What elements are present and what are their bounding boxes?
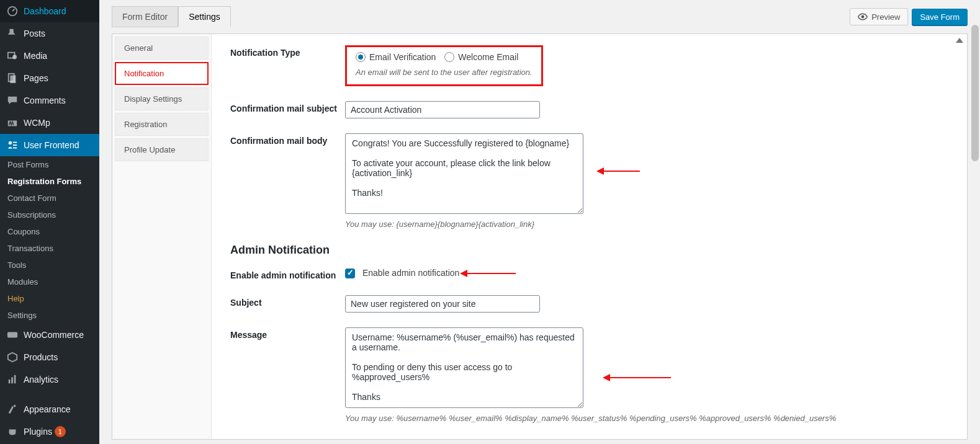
side-tab-registration[interactable]: Registration	[115, 113, 209, 136]
menu-label: Media	[24, 51, 47, 61]
pin-icon	[6, 27, 19, 40]
sidebar-item-comments[interactable]: Comments	[0, 89, 99, 112]
svg-rect-10	[7, 332, 17, 338]
menu-label: User Frontend	[24, 140, 79, 150]
menu-label: Products	[24, 352, 58, 362]
tab-form-editor[interactable]: Form Editor	[112, 6, 178, 27]
sub-item-transactions[interactable]: Transactions	[0, 240, 99, 257]
sidebar-item-wcmp[interactable]: WCMp	[0, 112, 99, 134]
radio-input[interactable]	[356, 52, 366, 62]
sidebar-item-products[interactable]: Products	[0, 346, 99, 368]
analytics-icon	[6, 373, 19, 386]
sub-item-registration-forms[interactable]: Registration Forms	[0, 173, 99, 190]
comment-icon	[6, 94, 19, 107]
page-icon	[6, 72, 19, 84]
admin-message-hint: You may use: %username% %user_email% %di…	[345, 414, 948, 423]
media-icon	[6, 50, 19, 62]
svg-rect-8	[13, 144, 17, 146]
menu-label: WCMp	[24, 118, 50, 128]
menu-label: Plugins	[24, 427, 52, 437]
sub-item-contact-form[interactable]: Contact Form	[0, 190, 99, 206]
sidebar-item-pages[interactable]: Pages	[0, 67, 99, 89]
toolbar: Form Editor Settings Preview Save Form	[112, 0, 968, 33]
wcmp-icon	[6, 117, 19, 129]
appearance-icon	[6, 403, 19, 415]
sub-item-settings[interactable]: Settings	[0, 307, 99, 324]
enable-admin-label: Enable admin notification	[230, 268, 345, 280]
sidebar-item-plugins[interactable]: Plugins 1	[0, 420, 99, 440]
radio-email-verification[interactable]: Email Verification	[356, 52, 436, 62]
woocommerce-icon	[6, 329, 19, 341]
enable-admin-checkbox-wrap[interactable]: Enable admin notification	[345, 268, 459, 278]
svg-rect-4	[10, 76, 16, 84]
sidebar-item-woocommerce[interactable]: WooCommerce	[0, 324, 99, 346]
products-icon	[6, 351, 19, 363]
dashboard-icon	[6, 5, 19, 17]
radio-label: Email Verification	[369, 52, 436, 62]
sidebar-item-appearance[interactable]: Appearance	[0, 398, 99, 420]
svg-rect-12	[11, 377, 13, 383]
radio-input[interactable]	[444, 52, 454, 62]
notification-type-desc: An email will be sent to the user after …	[356, 68, 533, 77]
side-tab-notification[interactable]: Notification	[115, 62, 209, 85]
confirmation-body-textarea[interactable]	[345, 133, 583, 214]
admin-sidebar: Dashboard Posts Media Pages Comments WCM…	[0, 0, 99, 440]
confirmation-body-hint: You may use: {username}{blogname}{activa…	[345, 220, 948, 229]
main-tabs: Form Editor Settings	[112, 6, 231, 27]
menu-label: Appearance	[24, 404, 71, 414]
settings-form: Notification Type Email Verification Wel…	[212, 34, 967, 439]
admin-subject-label: Subject	[230, 295, 345, 308]
confirmation-body-label: Confirmation mail body	[230, 133, 345, 146]
menu-separator	[0, 391, 99, 398]
content-area: Form Editor Settings Preview Save Form G…	[99, 0, 980, 440]
admin-message-textarea[interactable]	[345, 327, 583, 408]
notification-type-label: Notification Type	[230, 45, 345, 58]
svg-point-16	[861, 16, 865, 19]
scrollbar-thumb[interactable]	[971, 25, 979, 161]
sub-item-post-forms[interactable]: Post Forms	[0, 156, 99, 173]
notification-type-highlight-box: Email Verification Welcome Email An emai…	[345, 45, 543, 86]
sub-item-modules[interactable]: Modules	[0, 273, 99, 290]
confirmation-subject-input[interactable]	[345, 101, 540, 118]
preview-button[interactable]: Preview	[850, 8, 908, 25]
checkbox-label: Enable admin notification	[362, 268, 459, 278]
svg-point-2	[12, 55, 17, 59]
admin-subject-input[interactable]	[345, 295, 540, 313]
radio-welcome-email[interactable]: Welcome Email	[444, 52, 518, 62]
sub-item-coupons[interactable]: Coupons	[0, 223, 99, 240]
radio-label: Welcome Email	[458, 52, 518, 62]
sub-item-subscriptions[interactable]: Subscriptions	[0, 206, 99, 223]
enable-admin-checkbox[interactable]	[345, 269, 355, 278]
svg-rect-9	[13, 148, 17, 149]
svg-point-14	[14, 405, 16, 407]
svg-rect-7	[13, 142, 17, 143]
settings-side-tabs: General Notification Display Settings Re…	[112, 34, 212, 439]
menu-label: Pages	[24, 73, 48, 83]
svg-point-6	[9, 141, 12, 144]
confirmation-subject-label: Confirmation mail subject	[230, 101, 345, 113]
plugins-icon	[6, 425, 19, 438]
vertical-scrollbar[interactable]	[970, 0, 980, 440]
side-tab-general[interactable]: General	[115, 37, 209, 60]
user-frontend-icon	[6, 139, 19, 151]
side-tab-profile-update[interactable]: Profile Update	[115, 138, 209, 161]
eye-icon	[858, 12, 868, 22]
save-form-button[interactable]: Save Form	[912, 9, 968, 25]
tab-settings[interactable]: Settings	[178, 6, 231, 27]
menu-label: WooCommerce	[24, 330, 84, 340]
side-tab-display-settings[interactable]: Display Settings	[115, 87, 209, 110]
menu-label: Analytics	[24, 375, 58, 384]
sidebar-item-media[interactable]: Media	[0, 45, 99, 67]
sidebar-item-user-frontend[interactable]: User Frontend	[0, 134, 99, 156]
svg-rect-11	[9, 380, 11, 383]
sub-item-tools[interactable]: Tools	[0, 257, 99, 273]
admin-message-label: Message	[230, 327, 345, 340]
svg-rect-13	[14, 375, 16, 384]
annotation-arrow	[466, 273, 516, 274]
menu-label: Comments	[24, 95, 66, 105]
sub-item-help[interactable]: Help	[0, 290, 99, 307]
admin-notification-heading: Admin Notification	[230, 244, 948, 257]
sidebar-item-dashboard[interactable]: Dashboard	[0, 0, 99, 22]
sidebar-item-analytics[interactable]: Analytics	[0, 368, 99, 391]
sidebar-item-posts[interactable]: Posts	[0, 22, 99, 45]
